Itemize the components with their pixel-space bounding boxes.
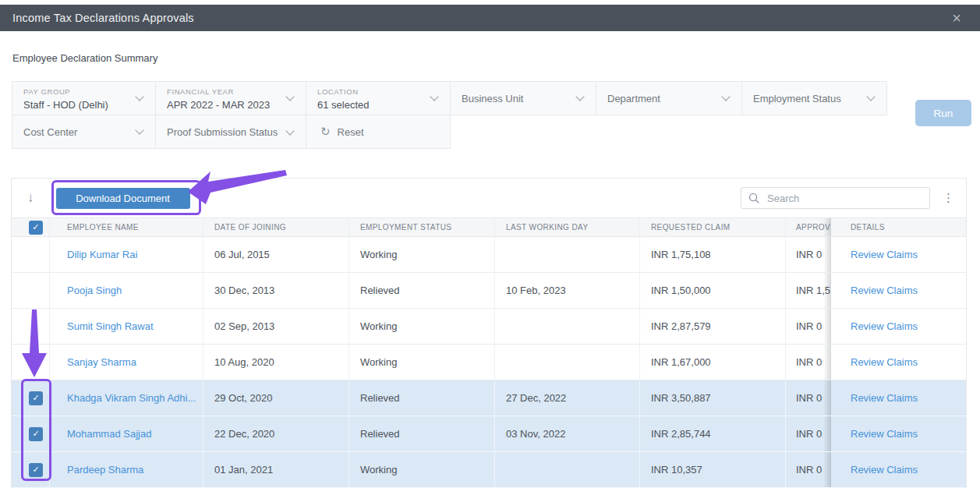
last-working-day-cell (495, 452, 640, 487)
date-of-joining-cell: 10 Aug, 2020 (203, 345, 349, 380)
column-header-details: DETAILS (831, 218, 966, 236)
column-header-approved: APPROV (786, 218, 831, 236)
row-checkbox-cell[interactable] (12, 237, 50, 272)
chevron-down-icon (286, 126, 295, 135)
row-checkbox-cell[interactable] (12, 345, 50, 380)
employee-name-cell: Mohammad Sajjad (50, 416, 203, 451)
last-working-day-cell: 03 Nov, 2022 (495, 416, 640, 451)
page-title: Employee Declaration Summary (12, 52, 157, 64)
filter-value: Staff - HOD (Delhi) (23, 99, 144, 111)
employee-name-link[interactable]: Sumit Singh Rawat (67, 320, 154, 332)
review-claims-link[interactable]: Review Claims (851, 356, 918, 368)
filter-label: PAY GROUP (23, 87, 144, 96)
column-header-requested-claim: REQUESTED CLAIM (640, 218, 786, 236)
review-claims-link[interactable]: Review Claims (851, 392, 918, 404)
details-cell: Review Claims (831, 309, 966, 344)
column-header-employment-status: EMPLOYMENT STATUS (349, 218, 495, 236)
employee-name-link[interactable]: Mohammad Sajjad (67, 428, 151, 440)
filters-panel: PAY GROUP Staff - HOD (Delhi) FINANCIAL … (12, 81, 887, 149)
last-working-day-cell (495, 345, 640, 380)
checkbox-checked-icon[interactable]: ✓ (29, 391, 43, 405)
requested-claim-cell: INR 1,50,000 (640, 273, 786, 308)
chevron-down-icon (866, 92, 875, 101)
review-claims-link[interactable]: Review Claims (851, 285, 918, 296)
approved-claim-cell: INR 0 (786, 380, 831, 416)
employment-status-cell: Working (349, 345, 495, 380)
requested-claim-cell: INR 1,67,000 (640, 345, 786, 380)
review-claims-link[interactable]: Review Claims (851, 428, 918, 440)
row-checkbox-cell[interactable]: ✓ (12, 452, 50, 487)
download-arrow-icon[interactable]: ↓ (27, 190, 34, 206)
table-row: Dilip Kumar Rai06 Jul, 2015WorkingINR 1,… (12, 237, 966, 273)
date-of-joining-cell: 22 Dec, 2020 (203, 416, 349, 451)
last-working-day-cell (495, 237, 640, 272)
details-cell: Review Claims (831, 416, 966, 451)
kebab-menu-icon[interactable]: ⋮ (943, 191, 950, 205)
table-row: ✓Khadga Vikram Singh Adhi...29 Oct, 2020… (12, 380, 966, 416)
date-of-joining-cell: 02 Sep, 2013 (203, 309, 349, 344)
filter-label: LOCATION (317, 87, 439, 96)
approved-claim-cell: INR 1,5 (786, 273, 831, 308)
row-checkbox-cell[interactable]: ✓ (12, 380, 50, 416)
search-input[interactable] (766, 192, 929, 205)
last-working-day-cell: 10 Feb, 2023 (495, 273, 640, 308)
details-cell: Review Claims (831, 452, 966, 487)
approved-claim-cell: INR 0 (786, 452, 831, 487)
table-row: Sumit Singh Rawat02 Sep, 2013WorkingINR … (12, 309, 966, 345)
filter-employment-status[interactable]: Employment Status (741, 81, 887, 115)
filter-business-unit[interactable]: Business Unit (450, 81, 596, 115)
employee-name-link[interactable]: Sanjay Sharma (67, 356, 136, 368)
employee-name-cell: Sumit Singh Rawat (50, 309, 203, 344)
approved-claim-cell: INR 0 (786, 416, 831, 451)
filter-department[interactable]: Department (596, 81, 742, 115)
filter-label: FINANCIAL YEAR (167, 87, 295, 96)
review-claims-link[interactable]: Review Claims (851, 320, 918, 332)
run-button[interactable]: Run (915, 100, 971, 126)
requested-claim-cell: INR 2,87,579 (640, 309, 786, 344)
select-all-cell[interactable]: ✓ (12, 218, 50, 236)
requested-claim-cell: INR 3,50,887 (640, 380, 786, 416)
download-document-button[interactable]: Download Document (56, 188, 190, 209)
row-checkbox-cell[interactable] (12, 273, 50, 308)
approved-claim-cell: INR 0 (786, 345, 831, 380)
filter-location[interactable]: LOCATION 61 selected (306, 81, 451, 115)
employment-status-cell: Relieved (349, 273, 495, 308)
search-icon (748, 193, 759, 203)
row-checkbox-cell[interactable] (12, 309, 50, 344)
modal-title: Income Tax Declarations Approvals (12, 12, 194, 24)
filter-cost-center[interactable]: Cost Center (12, 115, 156, 149)
employee-name-link[interactable]: Pooja Singh (67, 285, 122, 296)
employee-name-cell: Pardeep Sharma (50, 452, 203, 487)
filter-label: Proof Submission Status (167, 126, 278, 138)
table-row: ✓Pardeep Sharma01 Jan, 2021WorkingINR 10… (12, 452, 966, 488)
date-of-joining-cell: 30 Dec, 2013 (203, 273, 349, 308)
date-of-joining-cell: 29 Oct, 2020 (203, 380, 349, 416)
review-claims-link[interactable]: Review Claims (851, 464, 918, 476)
details-cell: Review Claims (831, 237, 966, 272)
employment-status-cell: Working (349, 237, 495, 272)
checkbox-checked-icon[interactable]: ✓ (29, 463, 43, 477)
review-claims-link[interactable]: Review Claims (851, 249, 918, 260)
employee-name-cell: Pooja Singh (50, 273, 203, 308)
employee-name-link[interactable]: Khadga Vikram Singh Adhi... (67, 392, 196, 404)
close-icon[interactable]: × (952, 10, 961, 26)
select-all-checkbox[interactable]: ✓ (29, 221, 43, 235)
filter-label: Department (607, 93, 660, 104)
employee-name-link[interactable]: Dilip Kumar Rai (67, 249, 137, 260)
employee-name-cell: Khadga Vikram Singh Adhi... (50, 380, 203, 416)
employee-name-link[interactable]: Pardeep Sharma (67, 464, 143, 476)
filter-proof-submission-status[interactable]: Proof Submission Status (155, 115, 306, 149)
column-header-last-working-day: LAST WORKING DAY (495, 218, 640, 236)
table-row: ✓Mohammad Sajjad22 Dec, 2020Relieved03 N… (12, 416, 966, 452)
requested-claim-cell: INR 1,75,108 (640, 237, 786, 272)
reset-filters-button[interactable]: ↻ Reset (306, 115, 451, 149)
search-box[interactable] (741, 187, 930, 209)
checkbox-checked-icon[interactable]: ✓ (29, 427, 43, 441)
filter-financial-year[interactable]: FINANCIAL YEAR APR 2022 - MAR 2023 (155, 81, 306, 115)
last-working-day-cell (495, 309, 640, 344)
column-header-date-of-joining: DATE OF JOINING (203, 218, 349, 236)
row-checkbox-cell[interactable]: ✓ (12, 416, 50, 451)
requested-claim-cell: INR 2,85,744 (640, 416, 786, 451)
last-working-day-cell: 27 Dec, 2022 (495, 380, 640, 416)
filter-pay-group[interactable]: PAY GROUP Staff - HOD (Delhi) (12, 81, 156, 115)
